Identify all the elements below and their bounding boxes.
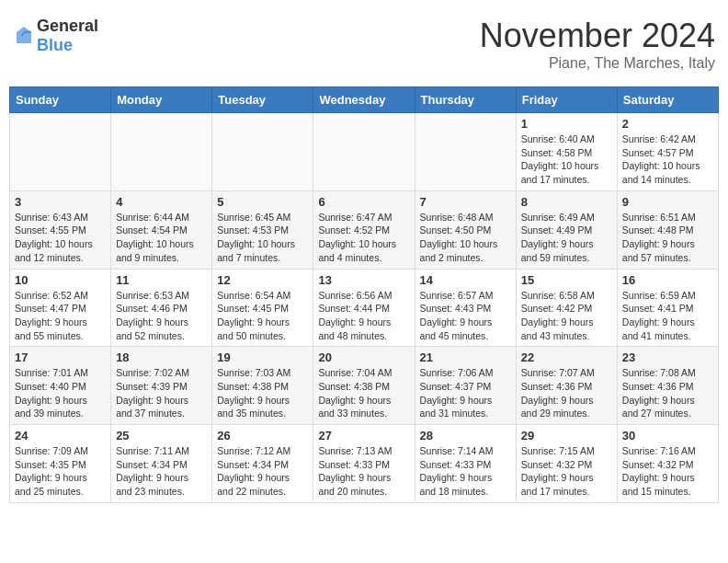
table-row: 30Sunrise: 7:16 AM Sunset: 4:32 PM Dayli… <box>617 425 718 503</box>
calendar-week-2: 3Sunrise: 6:43 AM Sunset: 4:55 PM Daylig… <box>10 190 719 269</box>
table-row: 21Sunrise: 7:06 AM Sunset: 4:37 PM Dayli… <box>415 347 516 425</box>
day-number: 8 <box>521 195 612 209</box>
table-row <box>10 113 111 191</box>
day-number: 18 <box>116 350 207 364</box>
table-row: 11Sunrise: 6:53 AM Sunset: 4:46 PM Dayli… <box>111 269 212 347</box>
day-info: Sunrise: 7:15 AM Sunset: 4:32 PM Dayligh… <box>521 444 612 499</box>
day-info: Sunrise: 6:54 AM Sunset: 4:45 PM Dayligh… <box>217 289 308 343</box>
day-number: 11 <box>116 273 207 287</box>
table-row: 14Sunrise: 6:57 AM Sunset: 4:43 PM Dayli… <box>415 269 516 347</box>
day-info: Sunrise: 7:02 AM Sunset: 4:39 PM Dayligh… <box>116 366 207 420</box>
day-number: 12 <box>217 273 308 287</box>
day-info: Sunrise: 6:45 AM Sunset: 4:53 PM Dayligh… <box>217 211 308 265</box>
header-thursday: Thursday <box>415 87 516 113</box>
header-saturday: Saturday <box>617 87 718 113</box>
day-number: 10 <box>15 273 106 287</box>
day-info: Sunrise: 7:07 AM Sunset: 4:36 PM Dayligh… <box>521 366 612 420</box>
day-number: 22 <box>521 350 612 364</box>
day-number: 5 <box>217 195 308 209</box>
table-row: 2Sunrise: 6:42 AM Sunset: 4:57 PM Daylig… <box>617 113 718 191</box>
table-row: 4Sunrise: 6:44 AM Sunset: 4:54 PM Daylig… <box>111 190 212 269</box>
day-info: Sunrise: 6:43 AM Sunset: 4:55 PM Dayligh… <box>15 211 106 265</box>
table-row: 12Sunrise: 6:54 AM Sunset: 4:45 PM Dayli… <box>212 269 313 347</box>
table-row <box>313 113 415 191</box>
day-info: Sunrise: 6:47 AM Sunset: 4:52 PM Dayligh… <box>318 211 409 265</box>
table-row: 15Sunrise: 6:58 AM Sunset: 4:42 PM Dayli… <box>516 269 617 347</box>
day-info: Sunrise: 6:49 AM Sunset: 4:49 PM Dayligh… <box>521 211 612 265</box>
day-info: Sunrise: 6:40 AM Sunset: 4:58 PM Dayligh… <box>521 132 612 187</box>
month-title: November 2024 <box>480 17 715 55</box>
day-info: Sunrise: 7:16 AM Sunset: 4:32 PM Dayligh… <box>622 444 713 499</box>
day-info: Sunrise: 6:44 AM Sunset: 4:54 PM Dayligh… <box>116 211 207 265</box>
logo-icon <box>13 25 35 47</box>
day-info: Sunrise: 7:12 AM Sunset: 4:34 PM Dayligh… <box>217 444 308 499</box>
day-info: Sunrise: 7:14 AM Sunset: 4:33 PM Dayligh… <box>420 444 511 499</box>
day-info: Sunrise: 7:03 AM Sunset: 4:38 PM Dayligh… <box>217 366 308 420</box>
logo: General Blue <box>13 17 98 55</box>
calendar-week-3: 10Sunrise: 6:52 AM Sunset: 4:47 PM Dayli… <box>10 269 719 347</box>
table-row <box>212 113 313 191</box>
day-info: Sunrise: 6:42 AM Sunset: 4:57 PM Dayligh… <box>622 132 713 187</box>
day-number: 15 <box>521 273 612 287</box>
location-title: Piane, The Marches, Italy <box>480 55 715 72</box>
day-number: 21 <box>420 350 511 364</box>
day-info: Sunrise: 7:09 AM Sunset: 4:35 PM Dayligh… <box>15 444 106 499</box>
table-row: 3Sunrise: 6:43 AM Sunset: 4:55 PM Daylig… <box>10 190 111 269</box>
header-sunday: Sunday <box>10 87 111 113</box>
day-info: Sunrise: 6:51 AM Sunset: 4:48 PM Dayligh… <box>622 211 713 265</box>
table-row: 1Sunrise: 6:40 AM Sunset: 4:58 PM Daylig… <box>516 113 617 191</box>
day-number: 1 <box>521 117 612 131</box>
day-number: 17 <box>15 350 106 364</box>
calendar-week-4: 17Sunrise: 7:01 AM Sunset: 4:40 PM Dayli… <box>10 347 719 425</box>
table-row: 5Sunrise: 6:45 AM Sunset: 4:53 PM Daylig… <box>212 190 313 269</box>
table-row <box>111 113 212 191</box>
table-row: 7Sunrise: 6:48 AM Sunset: 4:50 PM Daylig… <box>415 190 516 269</box>
header-tuesday: Tuesday <box>212 87 313 113</box>
table-row: 20Sunrise: 7:04 AM Sunset: 4:38 PM Dayli… <box>313 347 415 425</box>
day-info: Sunrise: 6:59 AM Sunset: 4:41 PM Dayligh… <box>622 289 713 343</box>
table-row <box>415 113 516 191</box>
table-row: 6Sunrise: 6:47 AM Sunset: 4:52 PM Daylig… <box>313 190 415 269</box>
logo-text: General Blue <box>37 17 98 55</box>
table-row: 9Sunrise: 6:51 AM Sunset: 4:48 PM Daylig… <box>617 190 718 269</box>
day-number: 23 <box>622 350 713 364</box>
calendar-week-5: 24Sunrise: 7:09 AM Sunset: 4:35 PM Dayli… <box>10 425 719 503</box>
day-info: Sunrise: 7:04 AM Sunset: 4:38 PM Dayligh… <box>318 366 409 420</box>
day-info: Sunrise: 6:48 AM Sunset: 4:50 PM Dayligh… <box>420 211 511 265</box>
calendar-header-row: Sunday Monday Tuesday Wednesday Thursday… <box>10 87 719 113</box>
day-number: 25 <box>116 429 207 442</box>
table-row: 16Sunrise: 6:59 AM Sunset: 4:41 PM Dayli… <box>617 269 718 347</box>
table-row: 27Sunrise: 7:13 AM Sunset: 4:33 PM Dayli… <box>313 425 415 503</box>
day-number: 4 <box>116 195 207 209</box>
table-row: 28Sunrise: 7:14 AM Sunset: 4:33 PM Dayli… <box>415 425 516 503</box>
table-row: 24Sunrise: 7:09 AM Sunset: 4:35 PM Dayli… <box>10 425 111 503</box>
table-row: 17Sunrise: 7:01 AM Sunset: 4:40 PM Dayli… <box>10 347 111 425</box>
table-row: 29Sunrise: 7:15 AM Sunset: 4:32 PM Dayli… <box>516 425 617 503</box>
day-number: 9 <box>622 195 713 209</box>
table-row: 23Sunrise: 7:08 AM Sunset: 4:36 PM Dayli… <box>617 347 718 425</box>
day-number: 24 <box>15 429 106 442</box>
day-info: Sunrise: 7:08 AM Sunset: 4:36 PM Dayligh… <box>622 366 713 420</box>
day-info: Sunrise: 7:11 AM Sunset: 4:34 PM Dayligh… <box>116 444 207 499</box>
page-header: General Blue November 2024 Piane, The Ma… <box>9 9 719 79</box>
table-row: 13Sunrise: 6:56 AM Sunset: 4:44 PM Dayli… <box>313 269 415 347</box>
day-number: 26 <box>217 429 308 442</box>
day-number: 7 <box>420 195 511 209</box>
header-wednesday: Wednesday <box>313 87 415 113</box>
table-row: 18Sunrise: 7:02 AM Sunset: 4:39 PM Dayli… <box>111 347 212 425</box>
day-number: 27 <box>318 429 409 442</box>
day-info: Sunrise: 6:58 AM Sunset: 4:42 PM Dayligh… <box>521 289 612 343</box>
day-number: 19 <box>217 350 308 364</box>
day-info: Sunrise: 6:52 AM Sunset: 4:47 PM Dayligh… <box>15 289 106 343</box>
day-number: 6 <box>318 195 409 209</box>
table-row: 10Sunrise: 6:52 AM Sunset: 4:47 PM Dayli… <box>10 269 111 347</box>
day-number: 14 <box>420 273 511 287</box>
day-info: Sunrise: 6:56 AM Sunset: 4:44 PM Dayligh… <box>318 289 409 343</box>
calendar-week-1: 1Sunrise: 6:40 AM Sunset: 4:58 PM Daylig… <box>10 113 719 191</box>
calendar-table: Sunday Monday Tuesday Wednesday Thursday… <box>9 86 719 503</box>
day-number: 2 <box>622 117 713 131</box>
day-number: 13 <box>318 273 409 287</box>
day-number: 16 <box>622 273 713 287</box>
day-number: 28 <box>420 429 511 442</box>
day-info: Sunrise: 6:57 AM Sunset: 4:43 PM Dayligh… <box>420 289 511 343</box>
